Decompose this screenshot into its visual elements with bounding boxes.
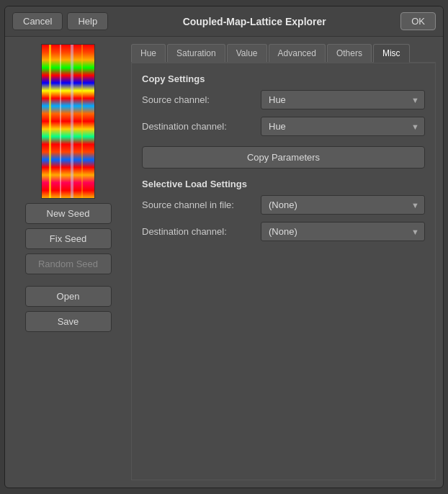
title-bar: Cancel Help Coupled-Map-Lattice Explorer… [5,6,443,37]
copy-parameters-button[interactable]: Copy Parameters [142,146,425,169]
load-dest-channel-label: Destination channel: [142,226,261,237]
preview-image [41,44,95,199]
load-dest-channel-row: Destination channel: (None) Hue Saturati… [142,222,425,241]
open-save-group: Open Save [25,286,112,332]
main-content: New Seed Fix Seed Random Seed Open Save … [5,37,443,488]
cancel-button[interactable]: Cancel [12,12,63,30]
selective-load-title: Selective Load Settings [142,179,425,189]
random-seed-button[interactable]: Random Seed [25,253,112,274]
new-seed-button[interactable]: New Seed [25,203,112,224]
tab-advanced[interactable]: Advanced [269,44,326,62]
load-dest-channel-select-wrap: (None) Hue Saturation Value ▼ [261,222,425,241]
copy-settings-section: Copy Settings Source channel: Hue Satura… [142,73,425,169]
source-channel-select-wrap: Hue Saturation Value ▼ [261,90,425,109]
dest-channel-select[interactable]: Hue Saturation Value [261,117,425,136]
left-panel: New Seed Fix Seed Random Seed Open Save [12,44,124,480]
load-dest-channel-select[interactable]: (None) Hue Saturation Value [261,222,425,241]
fix-seed-button[interactable]: Fix Seed [25,228,112,249]
window-title: Coupled-Map-Lattice Explorer [112,16,396,27]
source-channel-row: Source channel: Hue Saturation Value ▼ [142,90,425,109]
dest-channel-row: Destination channel: Hue Saturation Valu… [142,117,425,136]
tab-saturation[interactable]: Saturation [167,44,225,62]
tab-content-misc: Copy Settings Source channel: Hue Satura… [131,63,436,480]
source-file-label: Source channel in file: [142,199,261,210]
dest-channel-select-wrap: Hue Saturation Value ▼ [261,117,425,136]
copy-settings-title: Copy Settings [142,73,425,84]
tab-bar: Hue Saturation Value Advanced Others Mis… [131,44,436,63]
open-button[interactable]: Open [25,286,112,307]
tab-misc[interactable]: Misc [373,44,410,63]
source-file-select[interactable]: (None) Hue Saturation Value [261,195,425,215]
help-button[interactable]: Help [67,12,108,30]
save-button[interactable]: Save [25,311,112,332]
main-window: Cancel Help Coupled-Map-Lattice Explorer… [4,6,444,488]
source-channel-label: Source channel: [142,94,261,105]
ok-button[interactable]: OK [400,12,436,30]
dest-channel-label: Destination channel: [142,121,261,132]
source-channel-select[interactable]: Hue Saturation Value [261,90,425,109]
selective-load-section: Selective Load Settings Source channel i… [142,179,425,248]
right-panel: Hue Saturation Value Advanced Others Mis… [131,44,436,480]
tab-others[interactable]: Others [327,44,372,62]
tab-hue[interactable]: Hue [131,44,166,62]
source-file-select-wrap: (None) Hue Saturation Value ▼ [261,195,425,215]
source-file-row: Source channel in file: (None) Hue Satur… [142,195,425,215]
tab-value[interactable]: Value [227,44,267,62]
